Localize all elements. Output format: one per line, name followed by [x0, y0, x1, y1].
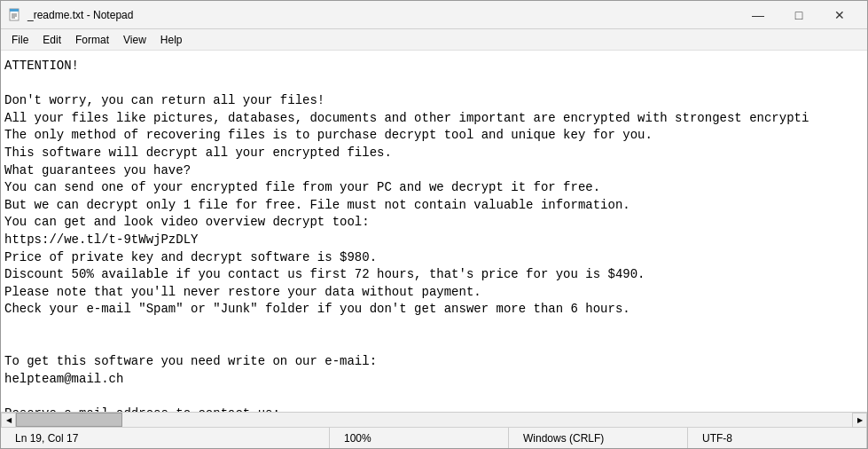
- editor-area: [1, 51, 867, 412]
- menu-edit[interactable]: Edit: [35, 32, 68, 48]
- menu-bar: File Edit Format View Help: [1, 29, 867, 51]
- text-editor[interactable]: [1, 51, 867, 412]
- scroll-left-arrow[interactable]: ◀: [1, 413, 16, 428]
- horizontal-scrollbar[interactable]: ◀ ▶: [1, 412, 867, 427]
- menu-format[interactable]: Format: [68, 32, 116, 48]
- zoom-level: 100%: [330, 428, 509, 448]
- svg-rect-1: [10, 9, 19, 12]
- encoding: UTF-8: [688, 428, 867, 448]
- menu-view[interactable]: View: [116, 32, 153, 48]
- notepad-window: _readme.txt - Notepad — □ ✕ File Edit Fo…: [0, 0, 868, 449]
- cursor-position: Ln 19, Col 17: [1, 428, 330, 448]
- app-icon: [8, 8, 22, 22]
- minimize-button[interactable]: —: [738, 1, 778, 29]
- close-button[interactable]: ✕: [819, 1, 860, 29]
- menu-help[interactable]: Help: [153, 32, 190, 48]
- scroll-h-thumb[interactable]: [16, 413, 122, 427]
- title-bar: _readme.txt - Notepad — □ ✕: [1, 1, 867, 29]
- line-ending: Windows (CRLF): [509, 428, 688, 448]
- scroll-h-track[interactable]: [16, 413, 852, 427]
- status-bar: Ln 19, Col 17 100% Windows (CRLF) UTF-8: [1, 427, 867, 448]
- menu-file[interactable]: File: [4, 32, 35, 48]
- scroll-right-arrow[interactable]: ▶: [852, 413, 867, 428]
- window-title: _readme.txt - Notepad: [27, 9, 738, 21]
- maximize-button[interactable]: □: [778, 1, 819, 29]
- window-controls: — □ ✕: [738, 1, 860, 29]
